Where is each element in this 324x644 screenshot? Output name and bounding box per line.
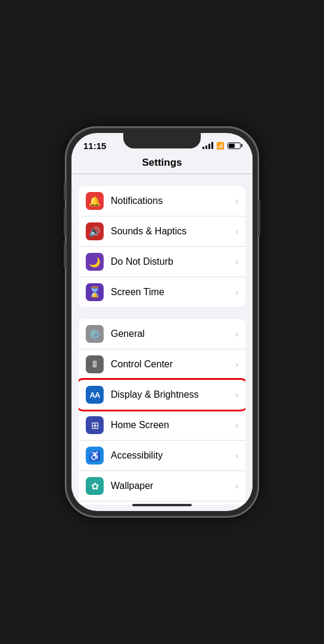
chevron-icon: ›: [235, 451, 238, 460]
chevron-icon: ›: [235, 227, 238, 236]
settings-item-sounds-haptics[interactable]: 🔊 Sounds & Haptics ›: [79, 216, 245, 247]
chevron-icon: ›: [235, 420, 238, 430]
settings-item-general[interactable]: ⚙️ General ›: [79, 319, 245, 349]
home-screen-label: Home Screen: [111, 420, 235, 431]
chevron-icon: ›: [235, 360, 238, 369]
wifi-icon: 📶: [216, 142, 225, 150]
chevron-icon: ›: [235, 481, 238, 491]
settings-item-accessibility[interactable]: ♿ Accessibility ›: [79, 441, 245, 471]
display-brightness-icon: AA: [86, 386, 104, 404]
notifications-label: Notifications: [111, 196, 235, 206]
chevron-icon: ›: [235, 329, 238, 339]
chevron-icon: ›: [235, 196, 238, 206]
power-button[interactable]: [258, 200, 260, 236]
settings-item-control-center[interactable]: 🎛 Control Center ›: [79, 349, 245, 380]
screen-time-icon: ⌛: [86, 283, 104, 301]
general-label: General: [111, 329, 235, 339]
settings-item-wallpaper[interactable]: ✿ Wallpaper ›: [79, 471, 245, 501]
battery-status-icon: [228, 143, 241, 149]
control-center-icon: 🎛: [86, 355, 104, 373]
control-center-label: Control Center: [111, 359, 235, 370]
sounds-haptics-label: Sounds & Haptics: [111, 226, 235, 237]
settings-item-screen-time[interactable]: ⌛ Screen Time ›: [79, 277, 245, 307]
screen-time-label: Screen Time: [111, 287, 235, 298]
notifications-icon: 🔔: [86, 192, 104, 210]
home-indicator[interactable]: [132, 504, 192, 506]
volume-down-button[interactable]: [64, 242, 66, 268]
phone-screen: 11:15 📶 Settings 🔔 Notifications: [71, 133, 253, 511]
sounds-haptics-icon: 🔊: [86, 222, 104, 240]
phone-frame: 11:15 📶 Settings 🔔 Notifications: [67, 128, 257, 516]
signal-icon: [202, 142, 213, 149]
settings-item-display-brightness[interactable]: AA Display & Brightness ›: [79, 380, 245, 410]
notch: [123, 133, 201, 148]
page-title: Settings: [71, 154, 253, 174]
settings-group-2: ⚙️ General › 🎛 Control Center › AA Displ…: [79, 319, 245, 504]
accessibility-label: Accessibility: [111, 450, 235, 461]
do-not-disturb-icon: 🌙: [86, 253, 104, 271]
settings-item-notifications[interactable]: 🔔 Notifications ›: [79, 186, 245, 216]
general-icon: ⚙️: [86, 325, 104, 343]
chevron-icon: ›: [235, 287, 238, 297]
wallpaper-label: Wallpaper: [111, 481, 235, 491]
status-time: 11:15: [83, 141, 106, 151]
volume-up-button[interactable]: [64, 209, 66, 236]
chevron-icon: ›: [235, 390, 238, 400]
chevron-icon: ›: [235, 257, 238, 267]
settings-list[interactable]: 🔔 Notifications › 🔊 Sounds & Haptics › 🌙…: [71, 174, 253, 504]
display-brightness-label: Display & Brightness: [111, 389, 235, 400]
settings-group-1: 🔔 Notifications › 🔊 Sounds & Haptics › 🌙…: [79, 186, 245, 307]
accessibility-icon: ♿: [86, 447, 104, 465]
settings-item-do-not-disturb[interactable]: 🌙 Do Not Disturb ›: [79, 247, 245, 277]
home-screen-icon: ⊞: [86, 416, 104, 434]
wallpaper-icon: ✿: [86, 477, 104, 495]
settings-item-home-screen[interactable]: ⊞ Home Screen ›: [79, 410, 245, 441]
mute-switch[interactable]: [64, 182, 66, 200]
status-icons: 📶: [202, 142, 241, 150]
do-not-disturb-label: Do Not Disturb: [111, 256, 235, 267]
